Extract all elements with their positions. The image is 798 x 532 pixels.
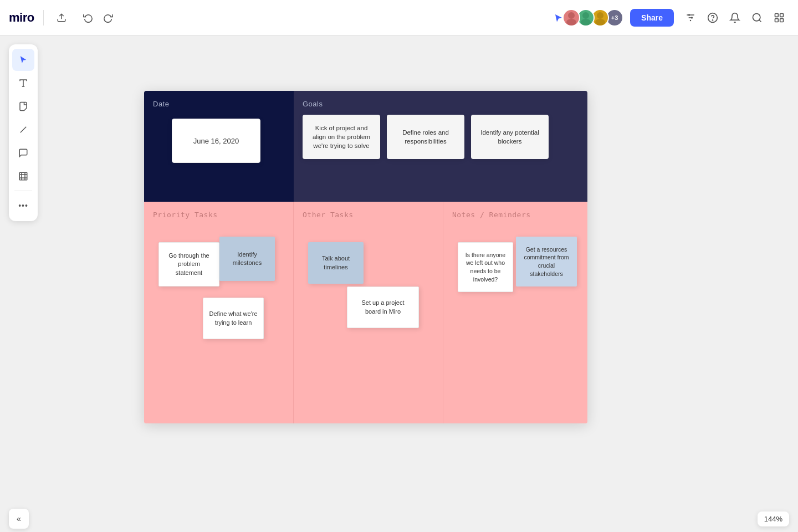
left-toolbar: ••• — [9, 44, 38, 221]
other-card-1: Talk about timelines — [308, 242, 364, 284]
priority-cards-area: Go through the problem statement Identif… — [153, 226, 284, 414]
section-notes: Notes / Reminders Is there anyone we lef… — [443, 202, 587, 423]
goals-cards: Kick of project and align on the problem… — [303, 115, 579, 159]
section-goals: Goals Kick of project and align on the p… — [294, 91, 587, 202]
svg-point-10 — [688, 14, 690, 16]
svg-line-15 — [759, 19, 761, 22]
svg-point-5 — [597, 12, 603, 19]
board-top-row: Date June 16, 2020 Goals Kick of project… — [144, 91, 587, 202]
board: Date June 16, 2020 Goals Kick of project… — [144, 91, 587, 423]
board-bottom-row: Priority Tasks Go through the problem st… — [144, 202, 587, 423]
miro-logo: miro — [9, 11, 34, 25]
section-date: Date June 16, 2020 — [144, 91, 294, 202]
goals-section-label: Goals — [303, 100, 579, 108]
svg-point-1 — [568, 12, 575, 19]
zoom-level: 144% — [758, 511, 789, 526]
svg-point-11 — [691, 17, 693, 18]
more-tools-button[interactable]: ••• — [12, 195, 34, 217]
svg-point-2 — [566, 19, 576, 25]
svg-point-14 — [753, 13, 760, 21]
other-card-2: Set up a project board in Miro — [347, 287, 419, 328]
date-card: June 16, 2020 — [172, 119, 260, 163]
frame-tool-button[interactable] — [12, 165, 34, 187]
svg-rect-17 — [780, 13, 784, 17]
share-button[interactable]: Share — [630, 9, 674, 27]
header-right: +3 Share — [554, 8, 789, 28]
filter-button[interactable] — [681, 8, 700, 28]
collapse-button[interactable]: « — [9, 509, 29, 529]
avatar-1 — [562, 9, 580, 27]
other-section-label: Other Tasks — [303, 211, 434, 219]
goal-card-3: Identify any potential blockers — [471, 115, 549, 159]
section-priority: Priority Tasks Go through the problem st… — [144, 202, 294, 423]
goal-card-2: Define roles and responsibilities — [387, 115, 464, 159]
notification-button[interactable] — [725, 8, 745, 28]
priority-card-1: Go through the problem statement — [158, 242, 219, 287]
header-left: miro — [9, 9, 117, 27]
undo-button[interactable] — [79, 9, 97, 27]
notes-section-label: Notes / Reminders — [452, 211, 579, 219]
redo-button[interactable] — [99, 9, 117, 27]
priority-section-label: Priority Tasks — [153, 211, 284, 219]
svg-point-3 — [582, 12, 589, 19]
notes-cards-area: Is there anyone we left out who needs to… — [452, 226, 579, 414]
svg-rect-23 — [19, 172, 27, 180]
text-tool-button[interactable] — [12, 72, 34, 94]
bottom-bar: « 144% — [0, 505, 798, 532]
priority-card-2: Identify milestones — [219, 237, 275, 281]
upload-button[interactable] — [53, 9, 70, 27]
header-divider — [43, 10, 44, 25]
svg-point-4 — [581, 19, 591, 25]
priority-card-3: Define what we're trying to learn — [203, 298, 264, 339]
notes-card-2: Get a resources commitment from crucial … — [516, 237, 577, 287]
notes-card-1: Is there anyone we left out who needs to… — [458, 242, 513, 292]
other-cards-area: Talk about timelines Set up a project bo… — [303, 226, 434, 414]
section-other: Other Tasks Talk about timelines Set up … — [294, 202, 443, 423]
comment-tool-button[interactable] — [12, 142, 34, 164]
note-tool-button[interactable] — [12, 95, 34, 117]
date-section-label: Date — [153, 100, 285, 108]
svg-rect-18 — [775, 18, 779, 22]
line-tool-button[interactable] — [12, 119, 34, 141]
svg-point-6 — [595, 19, 605, 25]
svg-line-22 — [21, 127, 27, 133]
help-button[interactable] — [703, 8, 723, 28]
toolbar-divider — [14, 191, 32, 191]
header: miro — [0, 0, 798, 35]
select-tool-button[interactable] — [12, 49, 34, 71]
menu-button[interactable] — [769, 8, 789, 28]
header-icons — [681, 8, 789, 28]
undo-redo-group — [79, 9, 117, 27]
canvas[interactable]: Date June 16, 2020 Goals Kick of project… — [0, 35, 798, 532]
board-container: Date June 16, 2020 Goals Kick of project… — [144, 91, 587, 423]
svg-rect-16 — [775, 13, 779, 17]
goal-card-1: Kick of project and align on the problem… — [303, 115, 380, 159]
search-button[interactable] — [747, 8, 767, 28]
svg-rect-19 — [780, 18, 784, 22]
date-value: June 16, 2020 — [193, 137, 239, 145]
avatars-group: +3 — [554, 9, 623, 27]
